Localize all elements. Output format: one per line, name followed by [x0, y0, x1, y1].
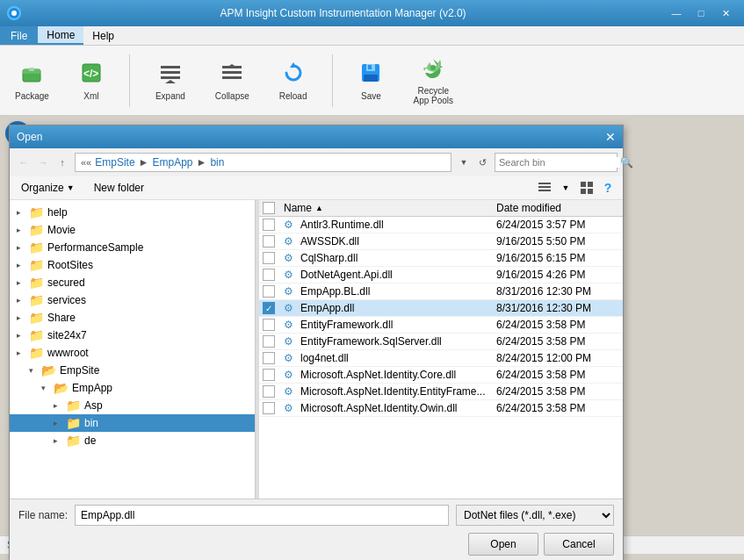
view-dropdown-button[interactable]: ▼ — [556, 178, 575, 197]
menu-home[interactable]: Home — [38, 26, 83, 45]
title-bar: APM Insight Custom Instrumentation Manag… — [0, 0, 744, 26]
file-row[interactable]: ⚙Microsoft.AspNet.Identity.EntityFrame..… — [259, 384, 623, 400]
dialog-close-button[interactable]: ✕ — [605, 130, 616, 144]
title-bar-left — [7, 6, 21, 20]
xml-button[interactable]: </> Xml — [71, 56, 112, 105]
menu-help[interactable]: Help — [83, 26, 123, 45]
folder-item-site24x7[interactable]: ▸📁site24x7 — [10, 327, 255, 344]
new-folder-button[interactable]: New folder — [88, 179, 150, 197]
forward-button[interactable]: → — [34, 154, 52, 171]
file-row[interactable]: ⚙CqlSharp.dll9/16/2015 6:15 PM — [259, 250, 623, 267]
folder-item-rootsites[interactable]: ▸📁RootSites — [10, 256, 255, 274]
folder-icon: 📁 — [66, 434, 81, 448]
file-checkbox[interactable] — [263, 269, 275, 281]
file-checkbox[interactable] — [263, 219, 275, 231]
file-date: 6/24/2015 3:58 PM — [496, 369, 619, 381]
file-row[interactable]: ⚙EmpApp.BL.dll8/31/2016 12:30 PM — [259, 284, 623, 300]
menu-file[interactable]: File — [0, 26, 38, 45]
file-checkbox[interactable] — [263, 285, 275, 298]
menu-bar: File Home Help — [0, 26, 744, 46]
organize-button[interactable]: Organize ▼ — [15, 179, 81, 197]
svg-rect-26 — [588, 182, 593, 187]
up-button[interactable]: ↑ — [54, 154, 71, 171]
file-row[interactable]: ⚙Microsoft.AspNet.Identity.Core.dll6/24/… — [259, 367, 623, 384]
filename-label: File name: — [18, 509, 68, 521]
file-row[interactable]: ⚙Antlr3.Runtime.dll6/24/2015 3:57 PM — [259, 217, 623, 233]
file-checkbox[interactable] — [263, 369, 275, 381]
back-button[interactable]: ← — [15, 154, 33, 171]
file-name: Microsoft.AspNet.Identity.Owin.dll — [300, 402, 458, 414]
button-row: Open Cancel — [18, 533, 614, 556]
folder-label: Share — [47, 312, 76, 324]
folder-label: secured — [47, 276, 85, 289]
column-date[interactable]: Date modified — [496, 202, 619, 214]
search-box[interactable]: 🔍 — [495, 153, 618, 172]
file-checkbox[interactable] — [263, 385, 275, 398]
file-row[interactable]: ⚙AWSSDK.dll9/16/2015 5:50 PM — [259, 233, 623, 250]
save-button[interactable]: Save — [350, 56, 391, 105]
svg-rect-7 — [161, 66, 180, 68]
file-date: 6/24/2015 3:58 PM — [496, 402, 619, 414]
folder-item-de[interactable]: ▸📁de — [10, 432, 255, 449]
cancel-button[interactable]: Cancel — [544, 533, 614, 556]
expand-button[interactable]: Expand — [148, 56, 193, 105]
view-large-icon-button[interactable] — [577, 178, 596, 197]
path-empsite[interactable]: EmpSite — [95, 156, 134, 169]
file-row[interactable]: ⚙EntityFramework.dll6/24/2015 3:58 PM — [259, 317, 623, 334]
folder-item-empapp[interactable]: ▾📂EmpApp — [10, 379, 255, 397]
file-row[interactable]: ✓⚙EmpApp.dll8/31/2016 12:30 PM — [259, 300, 623, 317]
file-name: log4net.dll — [300, 352, 349, 364]
file-checkbox[interactable] — [263, 235, 275, 248]
file-row[interactable]: ⚙Microsoft.AspNet.Identity.Owin.dll6/24/… — [259, 400, 623, 417]
file-name: EntityFramework.SqlServer.dll — [300, 335, 442, 348]
file-checkbox[interactable]: ✓ — [263, 302, 275, 314]
path-bin[interactable]: bin — [210, 156, 224, 169]
package-button[interactable]: Package — [7, 56, 57, 105]
folder-item-services[interactable]: ▸📁services — [10, 291, 255, 309]
filetype-select[interactable]: DotNet files (*.dll, *.exe) — [456, 505, 614, 526]
file-checkbox[interactable] — [263, 335, 275, 348]
folder-item-movie[interactable]: ▸📁Movie — [10, 221, 255, 239]
file-list-header: Name ▲ Date modified — [259, 200, 623, 217]
folder-item-wwwroot[interactable]: ▸📁wwwroot — [10, 344, 255, 362]
file-checkbox[interactable] — [263, 352, 275, 364]
folder-item-asp[interactable]: ▸📁Asp — [10, 397, 255, 414]
address-path[interactable]: «« EmpSite ► EmpApp ► bin — [75, 153, 451, 172]
collapse-button[interactable]: Collapse — [207, 56, 257, 105]
folder-item-bin[interactable]: ▸📁bin — [10, 414, 255, 432]
minimize-button[interactable]: — — [665, 4, 688, 22]
nav-buttons: ← → ↑ — [15, 154, 71, 171]
help-icon-button[interactable]: ? — [598, 178, 618, 197]
folder-item-empsite[interactable]: ▾📂EmpSite — [10, 362, 255, 379]
view-details-button[interactable] — [535, 178, 554, 197]
search-input[interactable] — [499, 157, 620, 168]
svg-marker-10 — [165, 80, 176, 83]
dialog-title-bar: Open ✕ — [10, 126, 623, 148]
open-button[interactable]: Open — [468, 533, 538, 556]
folder-label: help — [47, 206, 68, 219]
refresh-button[interactable]: ↺ — [473, 154, 491, 171]
app-icon — [7, 6, 21, 20]
reload-button[interactable]: Reload — [271, 56, 315, 105]
folder-item-share[interactable]: ▸📁Share — [10, 309, 255, 327]
file-checkbox[interactable] — [263, 319, 275, 331]
file-checkbox[interactable] — [263, 252, 275, 264]
path-empapp[interactable]: EmpApp — [153, 156, 193, 169]
folder-item-performancesample[interactable]: ▸📁PerformanceSample — [10, 239, 255, 256]
file-checkbox[interactable] — [263, 402, 275, 414]
folder-item-secured[interactable]: ▸📁secured — [10, 274, 255, 291]
close-button[interactable]: ✕ — [714, 4, 737, 22]
folder-item-help[interactable]: ▸📁help — [10, 204, 255, 221]
file-row[interactable]: ⚙DotNetAgent.Api.dll9/16/2015 4:26 PM — [259, 267, 623, 284]
path-dropdown-button[interactable]: ▼ — [455, 154, 473, 171]
maximize-button[interactable]: □ — [690, 4, 712, 22]
header-checkbox[interactable] — [263, 202, 275, 214]
file-row[interactable]: ⚙EntityFramework.SqlServer.dll6/24/2015 … — [259, 334, 623, 350]
chevron-down-icon: ▼ — [67, 183, 75, 192]
column-name[interactable]: Name ▲ — [284, 202, 496, 214]
window-controls[interactable]: — □ ✕ — [665, 4, 737, 22]
recycle-button[interactable]: Recycle App Pools — [405, 51, 461, 110]
filename-input[interactable] — [75, 505, 449, 526]
folder-label: Asp — [84, 399, 103, 412]
file-row[interactable]: ⚙log4net.dll8/24/2015 12:00 PM — [259, 350, 623, 367]
